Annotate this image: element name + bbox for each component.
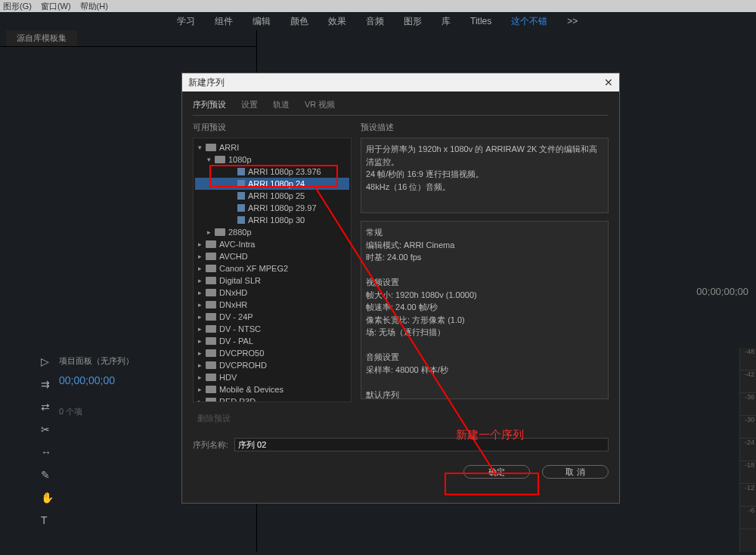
folder-icon <box>206 240 216 248</box>
preset-icon <box>237 180 245 188</box>
tab-library[interactable]: 库 <box>442 15 451 28</box>
source-tab[interactable]: 源自库模板集 <box>6 30 77 46</box>
tab-vr[interactable]: VR 视频 <box>305 99 335 110</box>
tree-preset-selected[interactable]: ARRI 1080p 24 <box>195 178 349 190</box>
tree-folder[interactable]: ▸RED R3D <box>195 395 349 402</box>
preset-description-label: 预设描述 <box>361 122 609 133</box>
project-tab[interactable]: 项目面板（无序列） <box>59 355 134 367</box>
tab-color[interactable]: 颜色 <box>290 15 308 28</box>
tree-folder-2880p[interactable]: ▸2880p <box>195 226 349 238</box>
tree-preset[interactable]: ARRI 1080p 30 <box>195 214 349 226</box>
folder-icon <box>206 253 216 260</box>
folder-icon <box>206 277 216 284</box>
preset-description: 用于分辨率为 1920h x 1080v 的 ARRIRAW 2K 文件的编辑和… <box>361 138 609 213</box>
tab-graphics[interactable]: 图形 <box>404 15 422 28</box>
track-select-tool-icon[interactable]: ⇉ <box>41 378 54 390</box>
tree-folder-1080p[interactable]: ▾1080p <box>195 153 349 166</box>
razor-tool-icon[interactable]: ✂ <box>41 423 54 436</box>
timeline-timecode[interactable]: 00;00;00;00 <box>59 374 134 386</box>
tab-audio[interactable]: 音频 <box>366 15 384 28</box>
type-tool-icon[interactable]: T <box>41 514 54 526</box>
menu-help[interactable]: 帮助(H) <box>80 1 108 12</box>
close-icon[interactable]: ✕ <box>604 76 613 88</box>
tab-effects[interactable]: 效果 <box>328 15 346 28</box>
available-presets-label: 可用预设 <box>193 122 352 133</box>
tree-folder[interactable]: ▸Digital SLR <box>195 274 349 287</box>
tree-preset[interactable]: ARRI 1080p 23.976 <box>195 166 349 178</box>
tab-edit[interactable]: 编辑 <box>253 15 271 28</box>
tab-custom-active[interactable]: 这个不错 <box>511 15 547 28</box>
preset-tree[interactable]: ▾ARRI ▾1080p ARRI 1080p 23.976 ARRI 1080… <box>193 138 352 402</box>
tree-folder[interactable]: ▸Mobile & Devices <box>195 383 349 395</box>
tab-titles[interactable]: Titles <box>470 16 491 26</box>
preset-icon <box>237 216 245 224</box>
delete-preset-button[interactable]: 删除预设 <box>193 413 352 424</box>
tree-folder[interactable]: ▸DVCPROHD <box>195 359 349 371</box>
preset-icon <box>237 192 245 200</box>
folder-icon <box>206 301 216 309</box>
tree-folder[interactable]: ▸Canon XF MPEG2 <box>195 262 349 274</box>
audio-meter: -48 -42 -36 -30 -24 -18 -12 -6 <box>739 348 756 552</box>
dialog-tabs: 序列预设 设置 轨道 VR 视频 <box>193 99 609 116</box>
sequence-name-label: 序列名称: <box>193 439 228 451</box>
tab-presets[interactable]: 序列预设 <box>193 99 226 110</box>
folder-icon <box>206 337 216 345</box>
tree-folder[interactable]: ▸HDV <box>195 371 349 383</box>
preset-details: 常规 编辑模式: ARRI Cinema 时基: 24.00 fps 视频设置 … <box>361 221 609 399</box>
slip-tool-icon[interactable]: ↔ <box>41 446 54 458</box>
tree-folder[interactable]: ▸AVC-Intra <box>195 238 349 250</box>
tree-folder[interactable]: ▸DNxHR <box>195 299 349 311</box>
hand-tool-icon[interactable]: ✋ <box>41 491 54 504</box>
menu-window[interactable]: 窗口(W) <box>41 1 71 12</box>
tree-folder[interactable]: ▸DV - 24P <box>195 311 349 323</box>
pen-tool-icon[interactable]: ✎ <box>41 469 54 481</box>
tab-tracks[interactable]: 轨道 <box>273 99 290 110</box>
preset-icon <box>237 168 245 175</box>
tab-learn[interactable]: 学习 <box>177 15 195 28</box>
workspace-tabs: 学习 组件 编辑 颜色 效果 音频 图形 库 Titles 这个不错 >> <box>0 12 756 30</box>
tree-folder[interactable]: ▸DV - PAL <box>195 335 349 347</box>
sequence-name-input[interactable] <box>234 438 609 451</box>
tab-more[interactable]: >> <box>567 16 578 26</box>
folder-icon <box>206 361 216 369</box>
new-sequence-dialog: 新建序列 ✕ 序列预设 设置 轨道 VR 视频 可用预设 ▾ARRI ▾1080… <box>181 73 620 504</box>
folder-icon <box>206 265 216 272</box>
tree-folder-arri[interactable]: ▾ARRI <box>195 141 349 153</box>
tree-folder[interactable]: ▸DNxHD <box>195 287 349 299</box>
dialog-titlebar[interactable]: 新建序列 ✕ <box>182 73 619 91</box>
tree-preset[interactable]: ARRI 1080p 29.97 <box>195 202 349 214</box>
tree-folder[interactable]: ▸AVCHD <box>195 250 349 262</box>
folder-icon <box>206 386 216 393</box>
ok-button[interactable]: 确定 <box>463 465 530 479</box>
program-timecode: 00;00;00;00 <box>696 286 748 297</box>
folder-icon <box>206 398 216 402</box>
preset-icon <box>237 204 245 212</box>
selection-tool-icon[interactable]: ▷ <box>41 355 54 367</box>
folder-icon <box>215 228 225 236</box>
folder-icon <box>206 313 216 321</box>
tree-preset[interactable]: ARRI 1080p 25 <box>195 190 349 202</box>
tab-settings[interactable]: 设置 <box>241 99 258 110</box>
folder-icon <box>215 156 225 163</box>
ripple-tool-icon[interactable]: ⇄ <box>41 401 54 413</box>
menu-graphics[interactable]: 图形(G) <box>3 1 32 12</box>
dialog-title-text: 新建序列 <box>188 76 225 89</box>
folder-icon <box>206 289 216 296</box>
tab-assembly[interactable]: 组件 <box>215 15 233 28</box>
folder-icon <box>206 349 216 357</box>
cancel-button[interactable]: 取 消 <box>542 465 609 479</box>
project-area: 项目面板（无序列） 00;00;00;00 0 个项 <box>59 355 134 417</box>
toolbar: ▷ ⇉ ⇄ ✂ ↔ ✎ ✋ T <box>41 355 54 526</box>
project-item-count: 0 个项 <box>59 406 134 417</box>
folder-icon <box>206 325 216 333</box>
tree-folder[interactable]: ▸DV - NTSC <box>195 323 349 335</box>
folder-icon <box>206 374 216 381</box>
folder-icon <box>206 144 216 151</box>
app-menubar[interactable]: 图形(G) 窗口(W) 帮助(H) <box>0 0 756 12</box>
tree-folder[interactable]: ▸DVCPRO50 <box>195 347 349 359</box>
